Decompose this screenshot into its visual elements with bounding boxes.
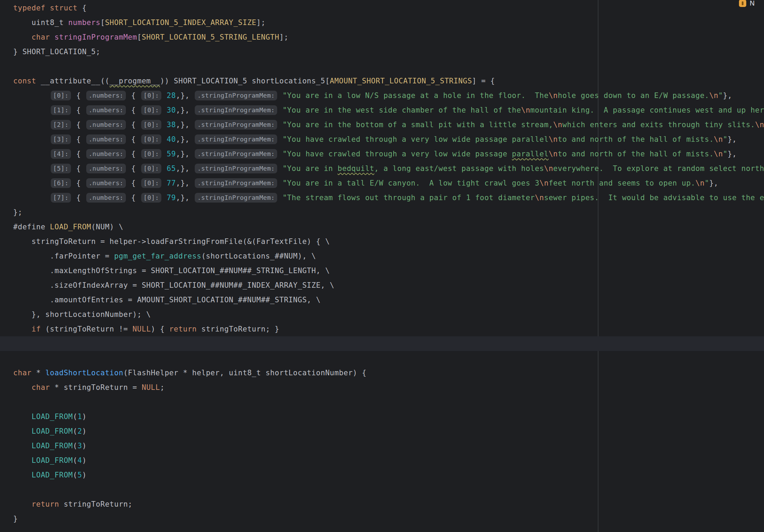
inlay-hint-chip[interactable]: .numbers: [86, 178, 126, 188]
inlay-hint-chip[interactable]: .stringInProgramMem: [195, 134, 277, 144]
code-line[interactable]: LOAD_FROM(4) [0, 453, 764, 468]
inlay-hint-chip[interactable]: .stringInProgramMem: [195, 193, 277, 203]
code-token: SHORT_LOCATION_5_INDEX_ARRAY_SIZE [105, 18, 256, 27]
inlay-hint-chip[interactable]: .numbers: [86, 149, 126, 159]
code-token: to and north of the hall of mists. [558, 150, 714, 158]
code-line[interactable]: if (stringToReturn != NULL) { return str… [0, 322, 764, 336]
code-line[interactable]: uint8_t numbers[SHORT_LOCATION_5_INDEX_A… [0, 15, 764, 30]
code-line[interactable]: .maxLengthOfStrings = SHORT_LOCATION_##N… [0, 263, 764, 278]
inlay-hint-chip[interactable]: .stringInProgramMem: [195, 149, 277, 159]
code-line[interactable]: [0]: { .numbers: { [0]: 28,}, .stringInP… [0, 88, 764, 103]
code-line[interactable]: } SHORT_LOCATION_5; [0, 44, 764, 59]
code-token [13, 91, 50, 100]
code-token [13, 427, 32, 435]
code-token: \n [539, 179, 548, 187]
inlay-hint-chip[interactable]: [4]: [51, 149, 71, 159]
code-line[interactable]: typedef struct { [0, 1, 764, 15]
code-line[interactable]: [6]: { .numbers: { [0]: 77,}, .stringInP… [0, 176, 764, 190]
code-line[interactable]: char stringInProgramMem[SHORT_LOCATION_5… [0, 30, 764, 44]
inlay-hint-chip[interactable]: [1]: [51, 105, 71, 115]
code-line[interactable]: char * loadShortLocation(FlashHelper * h… [0, 366, 764, 380]
code-token: "You have crawled through a very low wid… [282, 135, 548, 144]
code-editor[interactable]: typedef struct { uint8_t numbers[SHORT_L… [0, 0, 764, 532]
inlay-hint-chip[interactable]: [0]: [141, 164, 162, 173]
code-line[interactable]: }; [0, 205, 764, 220]
code-token: ) { [151, 325, 169, 333]
code-line[interactable]: const __attribute__((__progmem__)) SHORT… [0, 74, 764, 88]
inlay-hint-chip[interactable]: [6]: [51, 178, 71, 188]
code-line[interactable] [0, 59, 764, 74]
inlay-hint-chip[interactable]: [0]: [141, 178, 162, 188]
code-line[interactable]: [4]: { .numbers: { [0]: 59,}, .stringInP… [0, 147, 764, 161]
code-line[interactable] [0, 395, 764, 409]
code-line[interactable]: LOAD_FROM(1) [0, 409, 764, 424]
inlay-hint-chip[interactable]: [0]: [141, 149, 162, 159]
inlay-hint-chip[interactable]: [0]: [141, 91, 162, 100]
inlay-hint-chip[interactable]: [0]: [141, 193, 162, 203]
code-token: { [72, 194, 86, 202]
code-token: return [169, 325, 197, 333]
inlay-hint-chip[interactable]: .stringInProgramMem: [195, 164, 277, 173]
inlay-hint-chip[interactable]: .numbers: [86, 105, 126, 115]
code-token: char [32, 383, 50, 392]
code-token [278, 135, 282, 144]
code-line[interactable]: LOAD_FROM(2) [0, 424, 764, 439]
inlay-hint-chip[interactable]: [7]: [51, 193, 71, 203]
code-line[interactable]: return stringToReturn; [0, 497, 764, 511]
code-token: NULL [132, 325, 151, 333]
inlay-hint-chip[interactable]: .numbers: [86, 91, 126, 100]
code-line[interactable]: } [0, 511, 764, 526]
code-token: 65 [167, 164, 176, 173]
code-line[interactable]: .farPointer = pgm_get_far_address(shortL… [0, 249, 764, 263]
code-token: { [72, 106, 86, 114]
code-token: [ [137, 33, 142, 41]
code-line[interactable]: [3]: { .numbers: { [0]: 40,}, .stringInP… [0, 132, 764, 147]
code-token: { [127, 164, 140, 173]
inlay-hint-chip[interactable]: [2]: [51, 120, 71, 130]
inlay-hint-chip[interactable]: .stringInProgramMem: [195, 105, 277, 115]
inlay-hint-chip[interactable]: .stringInProgramMem: [195, 91, 277, 100]
code-token [162, 121, 167, 129]
code-line[interactable]: [7]: { .numbers: { [0]: 79,}, .stringInP… [0, 190, 764, 205]
code-line[interactable]: LOAD_FROM(5) [0, 468, 764, 482]
code-token: 59 [167, 150, 176, 158]
active-code-line[interactable] [0, 336, 764, 351]
code-token: if [32, 325, 41, 333]
code-line[interactable]: char * stringToReturn = NULL; [0, 380, 764, 395]
code-token [162, 91, 167, 100]
inlay-hint-chip[interactable]: [5]: [51, 164, 71, 173]
code-line[interactable]: [1]: { .numbers: { [0]: 30,}, .stringInP… [0, 103, 764, 117]
inlay-hint-chip[interactable]: [3]: [51, 134, 71, 144]
code-line[interactable] [0, 351, 764, 366]
code-line[interactable]: #define LOAD_FROM(NUM) \ [0, 220, 764, 234]
inlay-hint-chip[interactable]: .numbers: [86, 134, 126, 144]
code-line[interactable]: [2]: { .numbers: { [0]: 38,}, .stringInP… [0, 117, 764, 132]
inlay-hint-chip[interactable]: .stringInProgramMem: [195, 120, 277, 130]
inlay-hint-chip[interactable]: .numbers: [86, 120, 126, 130]
code-token: "You are in a low N/S passage at a hole … [282, 91, 548, 100]
inlay-hint-chip[interactable]: [0]: [141, 105, 162, 115]
code-token [278, 164, 282, 173]
inlay-hint-chip[interactable]: .numbers: [86, 164, 126, 173]
code-token [50, 33, 55, 41]
code-line[interactable]: [5]: { .numbers: { [0]: 65,}, .stringInP… [0, 161, 764, 176]
code-line[interactable]: }, shortLocationNumber); \ [0, 307, 764, 322]
inlay-hint-chip[interactable]: [0]: [141, 120, 162, 130]
inspections-widget[interactable]: N [739, 0, 755, 10]
inlay-hint-chip[interactable]: .stringInProgramMem: [195, 178, 277, 188]
code-line[interactable]: .sizeOfIndexArray = SHORT_LOCATION_##NUM… [0, 278, 764, 293]
inlay-hint-chip[interactable]: [0]: [51, 91, 71, 100]
code-token: }, shortLocationNumber); \ [13, 310, 151, 319]
code-line[interactable] [0, 482, 764, 497]
code-line[interactable]: stringToReturn = helper->loadFarStringFr… [0, 234, 764, 249]
code-token: return [32, 500, 59, 508]
ide-window: { "palette": { "editor_bg": "#1e1f22", "… [0, 0, 764, 532]
inlay-hint-chip[interactable]: .numbers: [86, 193, 126, 203]
code-line[interactable]: .amountOfEntries = AMOUNT_SHORT_LOCATION… [0, 293, 764, 307]
code-token: sewer pipes. It would be advisable to us… [544, 194, 764, 202]
code-token: (shortLocations_##NUM), \ [201, 252, 316, 260]
code-token: { [127, 91, 140, 100]
code-line[interactable]: LOAD_FROM(3) [0, 439, 764, 453]
code-token: ,}, [176, 164, 194, 173]
inlay-hint-chip[interactable]: [0]: [141, 134, 162, 144]
